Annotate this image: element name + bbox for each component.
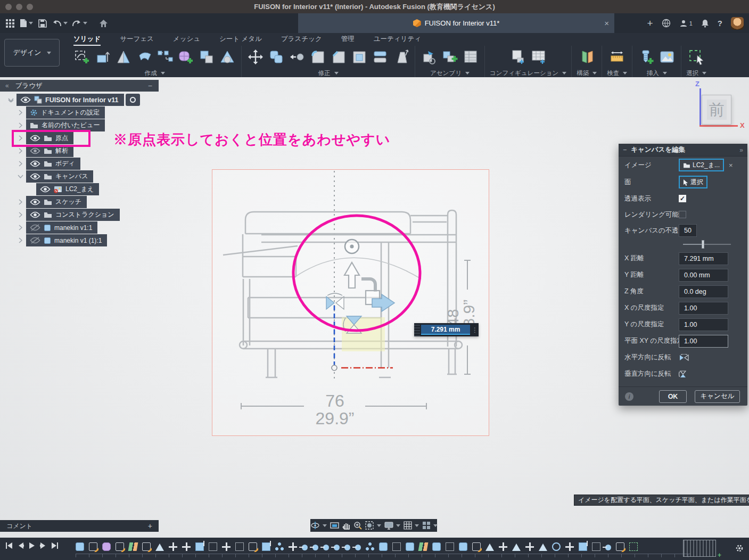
flip-horizontal-handle-icon[interactable] bbox=[326, 293, 344, 309]
chevron-right-icon[interactable] bbox=[17, 161, 23, 167]
new-component-button[interactable] bbox=[441, 48, 459, 66]
timeline-move-icon[interactable] bbox=[525, 542, 534, 551]
timeline-planes-icon[interactable] bbox=[418, 542, 429, 551]
chevron-right-icon[interactable] bbox=[17, 237, 23, 243]
z-angle-input[interactable]: 0.0 deg bbox=[679, 285, 728, 298]
expand-dialog-icon[interactable]: » bbox=[739, 146, 743, 154]
group-create-label[interactable]: 作成 bbox=[145, 69, 165, 77]
comment-bar[interactable]: コメント + bbox=[0, 520, 159, 532]
info-icon[interactable]: i bbox=[625, 392, 633, 401]
collapse-browser-icon[interactable]: « bbox=[5, 82, 9, 89]
y-scale-input[interactable]: 1.00 bbox=[679, 318, 728, 331]
tree-item-canvases[interactable]: キャンバス bbox=[26, 170, 93, 183]
sweep-button[interactable] bbox=[135, 48, 153, 66]
timeline-sketch-icon[interactable] bbox=[249, 542, 257, 551]
redo-button[interactable] bbox=[70, 16, 89, 31]
app-grid-button[interactable] bbox=[3, 16, 17, 31]
timeline-select-icon[interactable] bbox=[629, 542, 638, 551]
eye-icon[interactable] bbox=[40, 186, 51, 193]
configuration-table-button[interactable] bbox=[530, 48, 548, 66]
eye-hidden-icon[interactable] bbox=[30, 237, 40, 244]
step-back-button[interactable] bbox=[18, 542, 24, 549]
move-button[interactable] bbox=[246, 48, 265, 66]
group-insert-label[interactable]: 挿入 bbox=[647, 69, 667, 77]
timeline-settings-button[interactable] bbox=[735, 544, 744, 553]
step-forward-button[interactable] bbox=[40, 542, 46, 549]
timeline-body-icon[interactable] bbox=[379, 542, 388, 551]
canvas-image[interactable]: 76 29.9” 48 18.9” bbox=[212, 169, 489, 436]
coil-button[interactable] bbox=[218, 48, 236, 66]
create-sketch-button[interactable] bbox=[73, 48, 91, 66]
timeline-dots-icon[interactable] bbox=[275, 542, 284, 551]
press-pull-button[interactable] bbox=[288, 48, 306, 66]
view-cube-face-label[interactable]: 前 bbox=[707, 100, 727, 120]
chamfer-button[interactable] bbox=[330, 48, 348, 66]
timeline-tri-icon[interactable] bbox=[512, 543, 521, 551]
display-through-checkbox[interactable]: ✓ bbox=[679, 195, 686, 202]
timeline-body-icon[interactable] bbox=[432, 542, 441, 551]
insert-canvas-button[interactable] bbox=[658, 48, 676, 66]
timeline-move-icon[interactable] bbox=[499, 542, 507, 551]
timeline-ghost-icon[interactable] bbox=[209, 542, 217, 551]
timeline-ghost-icon[interactable] bbox=[235, 542, 244, 551]
tab-surface[interactable]: サーフェス bbox=[120, 35, 154, 46]
timeline-move-icon[interactable] bbox=[222, 542, 231, 551]
image-file-button[interactable]: LC2_ま... bbox=[679, 159, 724, 171]
fillet-button[interactable] bbox=[309, 48, 327, 66]
y-distance-input[interactable]: 0.00 mm bbox=[679, 269, 728, 282]
window-controls[interactable] bbox=[5, 4, 33, 10]
select-button[interactable] bbox=[687, 48, 705, 66]
eye-hidden-icon[interactable] bbox=[30, 224, 40, 231]
origin-point[interactable] bbox=[332, 365, 337, 370]
group-modify-label[interactable]: 修正 bbox=[318, 69, 339, 77]
tree-item-document-root[interactable]: FUISON for Interior v11 bbox=[17, 94, 124, 106]
chevron-right-icon[interactable] bbox=[17, 225, 23, 230]
chevron-down-icon[interactable] bbox=[7, 98, 14, 102]
collapse-dialog-icon[interactable]: − bbox=[623, 146, 627, 154]
dialog-header[interactable]: − キャンバスを編集 » bbox=[619, 144, 747, 157]
user-avatar[interactable] bbox=[731, 17, 744, 30]
timeline-ghost-icon[interactable] bbox=[392, 542, 401, 551]
xy-scale-input[interactable]: 1.00 bbox=[679, 335, 728, 348]
extrude-button[interactable] bbox=[94, 48, 112, 66]
tree-item-manekin-1[interactable]: manekin v1:1 bbox=[26, 221, 97, 234]
maximize-window-icon[interactable] bbox=[27, 4, 33, 10]
tree-item-canvas-lc2[interactable]: LC2_まえ bbox=[36, 183, 99, 195]
timeline-ghost-icon[interactable] bbox=[592, 542, 600, 551]
group-assemble-label[interactable]: アセンブリ bbox=[430, 69, 470, 77]
browser-header[interactable]: « ブラウザ − bbox=[0, 80, 159, 92]
group-select-label[interactable]: 選択 bbox=[686, 69, 706, 77]
eye-icon[interactable] bbox=[30, 147, 40, 154]
create-form-button[interactable] bbox=[177, 48, 195, 66]
insert-derive-button[interactable] bbox=[420, 48, 438, 66]
tree-item-bodies[interactable]: ボディ bbox=[26, 158, 80, 170]
timeline-add-icon[interactable]: + bbox=[718, 551, 721, 559]
flip-horizontal-icon[interactable] bbox=[679, 354, 689, 361]
eye-icon[interactable] bbox=[30, 173, 40, 180]
timeline-circle-icon[interactable] bbox=[552, 542, 561, 551]
opacity-input[interactable]: 50 bbox=[679, 224, 697, 237]
timeline-move-icon[interactable] bbox=[182, 542, 191, 551]
extensions-button[interactable] bbox=[662, 19, 671, 28]
go-to-start-button[interactable] bbox=[5, 542, 13, 549]
dimension-input[interactable]: 7.291 mm ⋮ bbox=[414, 323, 479, 336]
tab-manage[interactable]: 管理 bbox=[341, 35, 355, 46]
revolve-button[interactable] bbox=[114, 48, 133, 66]
chevron-down-icon[interactable] bbox=[17, 175, 23, 178]
timeline-move-icon[interactable] bbox=[289, 542, 297, 551]
corner-rotate-icon[interactable] bbox=[361, 279, 375, 292]
timeline-sketch-icon[interactable] bbox=[116, 542, 124, 551]
slider-handle[interactable] bbox=[702, 240, 704, 249]
grid-settings-button[interactable] bbox=[404, 521, 419, 530]
look-at-button[interactable] bbox=[330, 522, 339, 529]
more-options-icon[interactable]: ⋮ bbox=[471, 326, 479, 334]
view-cube[interactable]: 前 bbox=[702, 95, 731, 125]
timeline-tri-icon[interactable] bbox=[539, 543, 547, 551]
cancel-button[interactable]: キャンセル bbox=[695, 390, 740, 403]
timeline-sketch-icon[interactable] bbox=[472, 542, 481, 551]
tab-utilities[interactable]: ユーティリティ bbox=[374, 35, 421, 46]
timeline-body-icon[interactable] bbox=[76, 542, 84, 551]
undo-button[interactable] bbox=[51, 16, 69, 31]
viewports-button[interactable] bbox=[422, 521, 438, 530]
help-button[interactable]: ? bbox=[718, 19, 722, 28]
